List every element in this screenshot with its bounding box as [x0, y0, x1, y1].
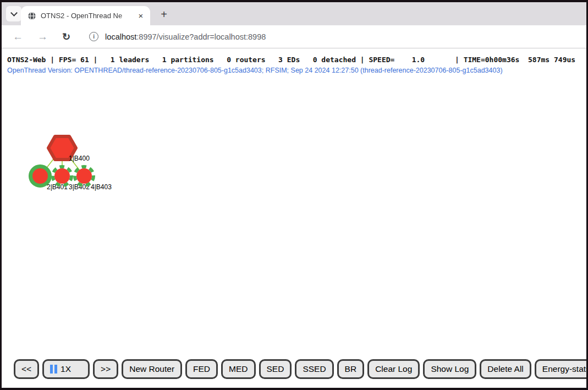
- tab-title: OTNS2 - OpenThread Ne: [41, 12, 136, 20]
- pause-icon: [50, 365, 57, 373]
- openthread-version-line: OpenThread Version: OPENTHREAD/thread-re…: [7, 67, 503, 74]
- new-router-button[interactable]: New Router: [122, 359, 182, 379]
- sed-button[interactable]: SED: [259, 359, 292, 379]
- simulation-status-line: OTNS2-Web | FPS= 61 | 1 leaders 1 partit…: [7, 56, 575, 64]
- fed-button[interactable]: FED: [185, 359, 218, 379]
- pause-speed-button[interactable]: 1X: [42, 359, 90, 379]
- back-icon[interactable]: ←: [9, 30, 26, 43]
- node-label: 1|B400: [69, 155, 90, 162]
- site-info-icon[interactable]: i: [89, 32, 98, 41]
- delete-all-button[interactable]: Delete All: [480, 359, 531, 379]
- tab-close-icon[interactable]: ×: [136, 11, 146, 21]
- network-canvas[interactable]: 1|B4002|B4013|B4024|B403: [2, 78, 586, 309]
- tab-strip: OTNS2 - OpenThread Ne × +: [2, 2, 586, 25]
- ssed-button[interactable]: SSED: [295, 359, 333, 379]
- url-host: localhost: [105, 32, 136, 41]
- tab-otns2[interactable]: OTNS2 - OpenThread Ne ×: [21, 6, 150, 25]
- speed-label: 1X: [61, 364, 71, 374]
- med-button[interactable]: MED: [221, 359, 255, 379]
- node-label: 4|B403: [91, 183, 112, 191]
- br-button[interactable]: BR: [337, 359, 365, 379]
- forward-icon[interactable]: →: [34, 30, 51, 43]
- url-field[interactable]: localhost:8997/visualize?addr=localhost:…: [105, 32, 266, 41]
- speed-down-button[interactable]: <<: [14, 359, 39, 379]
- window-frame: OTNS2 - OpenThread Ne × + ← → ↻ i localh…: [0, 0, 588, 390]
- node-1[interactable]: 1|B400: [48, 136, 90, 162]
- otns-page: OTNS2-Web | FPS= 61 | 1 leaders 1 partit…: [2, 48, 586, 388]
- globe-favicon-icon: [28, 12, 36, 20]
- chevron-down-icon: [10, 9, 18, 17]
- speed-up-button[interactable]: >>: [93, 359, 118, 379]
- tab-search-button[interactable]: [6, 6, 21, 21]
- url-path: :8997/visualize?addr=localhost:8998: [136, 32, 266, 41]
- browser-window: OTNS2 - OpenThread Ne × + ← → ↻ i localh…: [2, 2, 586, 388]
- address-bar: ← → ↻ i localhost:8997/visualize?addr=lo…: [2, 25, 586, 48]
- action-toolbar: << 1X >> New Router FED MED SED SSED BR …: [14, 359, 586, 379]
- show-log-button[interactable]: Show Log: [423, 359, 476, 379]
- energy-stats-button[interactable]: Energy-stats ↗: [535, 359, 586, 379]
- new-tab-button[interactable]: +: [157, 7, 171, 21]
- reload-icon[interactable]: ↻: [59, 31, 74, 43]
- clear-log-button[interactable]: Clear Log: [367, 359, 420, 379]
